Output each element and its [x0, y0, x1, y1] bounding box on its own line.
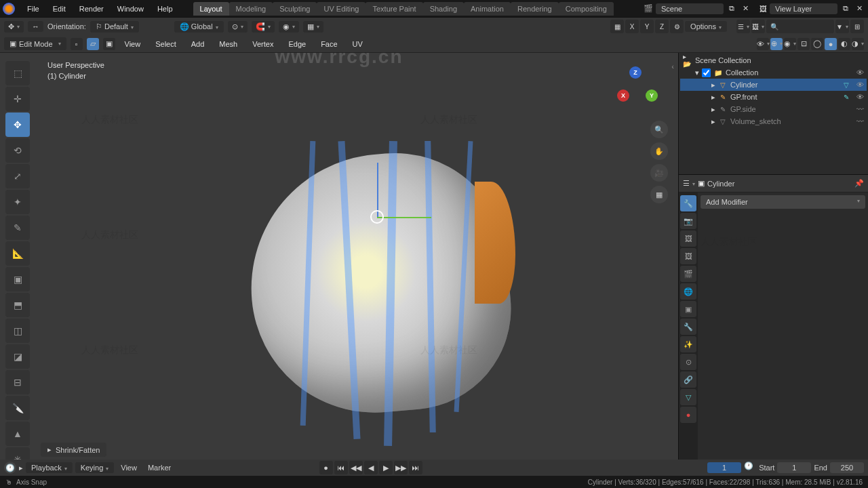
tab-layout[interactable]: Layout	[193, 2, 229, 16]
prop-tab-constraint[interactable]: 🔗	[680, 371, 696, 388]
tab-compositing[interactable]: Compositing	[559, 2, 614, 16]
vertex-menu[interactable]: Vertex	[247, 40, 279, 48]
prop-tab-particles[interactable]: ✨	[680, 336, 696, 352]
mesh-data-icon[interactable]: ▽	[842, 80, 851, 89]
editor-type-dropdown[interactable]: ☰	[736, 20, 750, 33]
prop-tab-meshdata[interactable]: ▽	[680, 389, 696, 405]
select-box-tool[interactable]: ⬚	[5, 61, 30, 85]
prop-tab-world[interactable]: 🌐	[680, 283, 696, 300]
scene-browse-icon[interactable]: ⧉	[726, 4, 737, 13]
loop-cut-tool[interactable]: ⊟	[5, 370, 30, 394]
zoom-icon[interactable]: 🔍	[650, 121, 668, 138]
display-mode-dropdown[interactable]: 🖼	[751, 20, 765, 33]
viewport-3d[interactable]: www.rrcg.cn ⬚ ✛ ✥ ⟲ ⤢ ✦ ✎ 📐 ▣ ⬒ ◫ ◪ ⊟ 🔪 …	[0, 53, 678, 460]
window-menu[interactable]: Window	[111, 5, 151, 13]
orientation-dropdown[interactable]: ⚐ Default	[90, 21, 139, 33]
visibility-dropdown[interactable]: 👁	[757, 38, 769, 50]
pin-icon[interactable]: 📌	[854, 179, 864, 188]
next-keyframe-icon[interactable]: ▶▶	[394, 461, 408, 474]
grid-dropdown[interactable]: ▦	[303, 21, 323, 33]
rendered-shading[interactable]: ◑	[852, 38, 864, 50]
start-frame-field[interactable]: 1	[777, 462, 811, 473]
lookdev-shading[interactable]: ◐	[838, 38, 850, 50]
scene-close-icon[interactable]: ✕	[740, 4, 751, 13]
jump-end-icon[interactable]: ⏭	[409, 461, 422, 474]
poly-build-tool[interactable]: ▲	[5, 422, 30, 446]
prop-tab-modifier[interactable]: 🔧	[680, 195, 696, 211]
face-select-mode[interactable]: ▣	[103, 38, 115, 50]
operator-panel[interactable]: ▸ Shrink/Fatten	[41, 443, 106, 457]
outliner-item-gpside[interactable]: ▸ ✎ GP.side 〰	[680, 103, 867, 115]
play-reverse-icon[interactable]: ◀	[364, 461, 378, 474]
tab-sculpting[interactable]: Sculpting	[273, 2, 317, 16]
face-menu[interactable]: Face	[315, 40, 342, 48]
chevron-down-icon[interactable]: ▾	[695, 68, 699, 77]
prev-keyframe-icon[interactable]: ◀◀	[349, 461, 363, 474]
scene-collection-row[interactable]: ▸📂 Scene Collection	[680, 54, 867, 66]
current-frame-field[interactable]: 1	[707, 462, 741, 473]
edge-menu[interactable]: Edge	[283, 40, 311, 48]
prop-tab-object[interactable]: ▣	[680, 301, 696, 317]
properties-editor-type[interactable]: ☰	[683, 179, 695, 188]
add-cube-tool[interactable]: ▣	[5, 267, 30, 291]
edit-menu[interactable]: Edit	[46, 5, 73, 13]
outliner-search-icon[interactable]: 🔍	[766, 20, 834, 33]
viewlayer-browse-icon[interactable]: ⧉	[840, 4, 851, 13]
end-frame-field[interactable]: 250	[830, 462, 864, 473]
play-icon[interactable]: ▶	[379, 461, 393, 474]
overlay-dropdown[interactable]: ◉	[784, 38, 796, 50]
perspective-toggle-icon[interactable]: ▦	[650, 186, 668, 203]
prop-tab-physics[interactable]: ⊙	[680, 354, 696, 370]
nav-y-axis[interactable]: Y	[646, 89, 658, 102]
view-menu[interactable]: View	[119, 40, 146, 48]
render-menu[interactable]: Render	[73, 5, 111, 13]
scale-tool[interactable]: ⤢	[5, 164, 30, 188]
new-collection-icon[interactable]: ⊞	[850, 20, 864, 33]
nav-z-axis[interactable]: Z	[629, 66, 642, 79]
autokey-toggle[interactable]: ●	[319, 461, 333, 474]
collapse-sidebar-icon[interactable]: ‹	[671, 62, 674, 70]
outliner-item-gpfront[interactable]: ▸ ✎ GP.front ✎ 👁	[680, 91, 867, 103]
solid-shading[interactable]: ●	[825, 38, 837, 50]
pivot-dropdown[interactable]: ⊙	[228, 21, 248, 33]
chevron-right-icon[interactable]: ▸	[711, 81, 715, 89]
prop-tab-material[interactable]: ●	[680, 407, 696, 423]
select-menu[interactable]: Select	[150, 40, 182, 48]
mode-dropdown[interactable]: ▣ Edit Mode	[4, 37, 66, 50]
transform-tool[interactable]: ✦	[5, 190, 30, 214]
camera-view-icon[interactable]: 🎥	[650, 164, 668, 182]
hidden-icon[interactable]: 〰	[856, 105, 864, 113]
blender-logo-icon[interactable]	[3, 3, 15, 15]
tab-shading[interactable]: Shading	[423, 2, 464, 16]
help-menu[interactable]: Help	[151, 5, 180, 13]
gizmo-x-axis[interactable]	[377, 217, 431, 218]
prop-tab-scene[interactable]: 🎬	[680, 266, 696, 282]
tab-modeling[interactable]: Modeling	[229, 2, 273, 16]
automerge-toggle[interactable]: ⚙	[670, 20, 684, 33]
tab-rendering[interactable]: Rendering	[511, 2, 559, 16]
gizmo-center[interactable]	[370, 210, 384, 224]
file-menu[interactable]: File	[20, 5, 46, 13]
transform-space-dropdown[interactable]: 🌐 Global	[174, 21, 224, 33]
vertex-select-mode[interactable]: ▫	[71, 38, 83, 50]
rotate-tool[interactable]: ⟲	[5, 138, 30, 163]
mirror-toggle[interactable]: ▦	[610, 20, 624, 33]
axis-z-toggle[interactable]: Z	[655, 20, 669, 33]
axis-x-toggle[interactable]: X	[625, 20, 639, 33]
options-dropdown[interactable]: Options	[685, 21, 727, 32]
eye-icon[interactable]: 👁	[856, 81, 864, 89]
framerange-icon[interactable]: 🕐	[744, 462, 756, 474]
tab-animation[interactable]: Animation	[464, 2, 511, 16]
filter-dropdown[interactable]: ▼	[835, 20, 849, 33]
inset-tool[interactable]: ◫	[5, 319, 30, 343]
hidden-icon[interactable]: 〰	[856, 117, 864, 125]
keying-dropdown[interactable]: Keying	[75, 462, 115, 473]
extrude-tool[interactable]: ⬒	[5, 293, 30, 317]
gp-data-icon[interactable]: ✎	[842, 92, 851, 102]
knife-tool[interactable]: 🔪	[5, 396, 30, 420]
scene-name-field[interactable]: Scene	[656, 3, 724, 14]
timeline-view-menu[interactable]: View	[117, 462, 141, 473]
chevron-right-icon[interactable]: ▸	[711, 117, 715, 126]
outliner-item-volumesketch[interactable]: ▸ ▽ Volume_sketch 〰	[680, 115, 867, 127]
outliner-item-cylinder[interactable]: ▸ ▽ Cylinder ▽ 👁	[680, 79, 867, 91]
